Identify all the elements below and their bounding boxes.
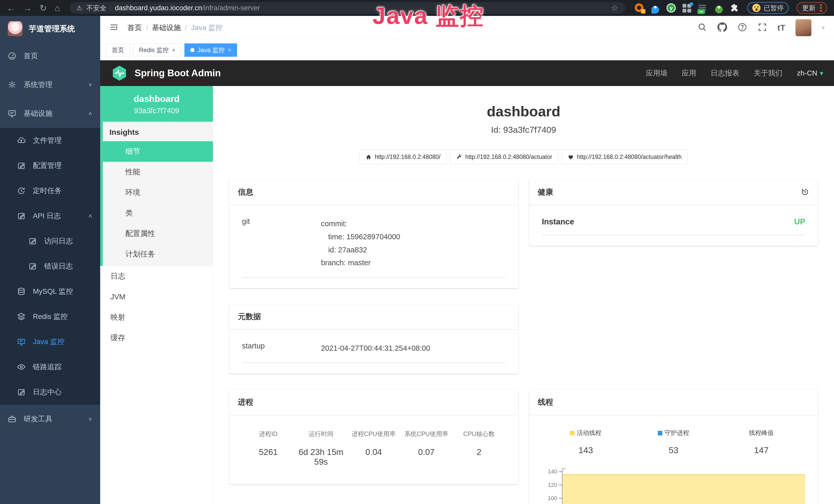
sidebar-item-api-log[interactable]: API 日志 ∧ (0, 203, 100, 229)
tab-label: Redis 监控 (139, 46, 169, 54)
sidebar-item-home[interactable]: 首页 (0, 42, 100, 70)
sidebar-item-infra[interactable]: 基础设施 ∧ (0, 99, 100, 128)
instance-main: dashboard Id: 93a3fc7f7409 http://192.16… (213, 86, 834, 504)
sba-nav-journal[interactable]: 日志报表 (711, 68, 740, 78)
metadata-card: 元数据 startup 2021-04-27T00:44:31.254+08:0… (229, 304, 518, 374)
git-branch-line: branch: master (321, 256, 505, 269)
instance-menu-environment[interactable]: 环境 (103, 182, 213, 203)
sidebar-item-log-center[interactable]: 日志中心 (0, 380, 100, 405)
instance-header[interactable]: dashboard 93a3fc7f7409 (100, 86, 213, 122)
tab-home[interactable]: 首页 (106, 43, 130, 57)
extension-icon-green-y[interactable]: y (666, 3, 676, 13)
bookmark-star-icon[interactable]: ☆ (611, 3, 618, 13)
threads-legend: 活动线程 143 守护进程 53 线程峰值 147 (542, 427, 806, 455)
instance-menu-config-props[interactable]: 配置属性 (103, 223, 213, 244)
instance-menu-details[interactable]: 细节 (100, 141, 213, 162)
legend-value: 53 (630, 445, 717, 455)
info-row-label: git (242, 217, 321, 269)
instance-menu-caches[interactable]: 缓存 (100, 328, 213, 348)
info-card: 信息 git commit: time: 1596289704000 id: 2… (229, 180, 518, 288)
instance-menu-jvm[interactable]: JVM (100, 287, 213, 307)
extensions-puzzle-icon[interactable] (730, 3, 740, 13)
sidebar-item-tracing[interactable]: 链路追踪 (0, 354, 100, 380)
sidebar-item-config-management[interactable]: 配置管理 (0, 153, 100, 178)
address-bar[interactable]: ⚠ 不安全 dashboard.yudao.iocoder.cn/infra/a… (70, 2, 625, 14)
on-badge: on (697, 9, 705, 14)
sba-nav-about[interactable]: 关于我们 (754, 68, 783, 78)
app-logo-row[interactable]: 芋道管理系统 (0, 16, 100, 42)
browser-menu-icon[interactable] (820, 4, 822, 12)
extension-icon-tampermonkey[interactable]: on (698, 3, 708, 13)
y-tick-label: 140 (548, 468, 557, 475)
search-icon[interactable] (697, 22, 707, 33)
breadcrumb-current: Java 监控 (191, 23, 223, 32)
extension-icon-orange[interactable]: 1 (635, 3, 644, 13)
process-col-value: 0.04 (347, 447, 400, 457)
tab-close-icon[interactable]: × (172, 46, 175, 54)
tab-java-monitor[interactable]: Java 监控 × (184, 43, 237, 57)
sidebar-item-mysql-monitor[interactable]: MySQL 监控 (0, 279, 100, 304)
chrome-update-button[interactable]: 更新 (796, 2, 827, 14)
metadata-row-label: startup (242, 342, 321, 355)
reload-icon[interactable]: ↻ (40, 4, 47, 12)
log-edit-icon (28, 262, 37, 271)
instance-menu-mappings[interactable]: 映射 (100, 307, 213, 328)
process-card-body: 进程ID 5261 运行时间 6d 23h 15m 59s 进程CPU使用率 0… (229, 415, 518, 484)
content-column: 首页 / 基础设施 / Java 监控 tT ▾ 首页 Redis 监控 (100, 16, 834, 504)
paused-label: 已暂停 (764, 4, 784, 13)
font-size-icon[interactable]: tT (777, 23, 785, 32)
sidebar-item-file-management[interactable]: 文件管理 (0, 128, 100, 153)
instance-menu-logs[interactable]: 日志 (100, 266, 213, 287)
home-icon[interactable]: ⌂ (55, 4, 60, 12)
threads-card-body: 活动线程 143 守护进程 53 线程峰值 147 (529, 415, 818, 504)
extension-icon-grid[interactable] (682, 3, 692, 13)
y-tick-mark (559, 471, 562, 472)
history-icon[interactable] (800, 187, 809, 197)
sba-nav-wallboard[interactable]: 应用墙 (646, 68, 667, 78)
legend-label: 守护进程 (664, 429, 689, 436)
sba-nav-applications[interactable]: 应用 (682, 68, 696, 78)
service-url-button[interactable]: http://192.168.0.2:48080/ (359, 150, 446, 164)
sba-nav: 应用墙 应用 日志报表 关于我们 zh-CN ▾ (646, 68, 823, 78)
back-icon[interactable]: ← (7, 4, 16, 12)
github-icon[interactable] (717, 22, 727, 33)
home-icon (366, 154, 372, 160)
forward-icon[interactable]: → (23, 4, 32, 12)
extension-icon-green-leaf[interactable] (714, 3, 724, 13)
health-url-button[interactable]: http://192.168.0.2:48080/actuator/health (562, 150, 687, 164)
breadcrumb-home[interactable]: 首页 (127, 23, 142, 32)
legend-entry: 活动线程 (542, 429, 630, 437)
fullscreen-icon[interactable] (758, 22, 767, 33)
threads-card-title: 线程 (538, 397, 553, 408)
sidebar-item-label: 研发工具 (24, 414, 52, 424)
sidebar-item-access-log[interactable]: 访问日志 (0, 229, 100, 254)
user-avatar[interactable] (795, 19, 811, 36)
instance-menu-metrics[interactable]: 性能 (103, 162, 213, 182)
profile-paused-badge[interactable]: 已暂停 (747, 2, 789, 14)
tab-close-icon[interactable]: × (227, 46, 231, 54)
metadata-card-title: 元数据 (238, 312, 261, 322)
sidebar-item-scheduled-jobs[interactable]: 定时任务 (0, 178, 100, 203)
card-grid: 信息 git commit: time: 1596289704000 id: 2… (229, 180, 818, 504)
sidebar-item-error-log[interactable]: 错误日志 (0, 254, 100, 279)
extension-icon-pin[interactable] (651, 3, 660, 13)
health-status-badge: UP (794, 217, 805, 226)
sidebar-item-dev-tools[interactable]: 研发工具 ∨ (0, 405, 100, 433)
page-title: dashboard (229, 103, 818, 120)
instance-menu-classes[interactable]: 类 (103, 203, 213, 223)
health-card-body: Instance UP (529, 205, 818, 246)
tab-redis-monitor[interactable]: Redis 监控 × (133, 43, 181, 57)
sidebar-item-system[interactable]: 系统管理 ∨ (0, 70, 100, 99)
insights-group: Insights 细节 性能 环境 类 配置属性 计划任务 (100, 122, 213, 266)
sidebar-item-label: 定时任务 (33, 186, 62, 196)
help-icon[interactable] (738, 22, 747, 33)
sidebar-item-java-monitor[interactable]: Java 监控 (0, 329, 100, 354)
sidebar-item-redis-monitor[interactable]: Redis 监控 (0, 304, 100, 329)
instance-menu-scheduled-tasks[interactable]: 计划任务 (103, 244, 213, 265)
avatar-caret-icon[interactable]: ▾ (822, 24, 825, 31)
sba-language-select[interactable]: zh-CN ▾ (797, 69, 823, 77)
sidebar-collapse-icon[interactable] (109, 23, 119, 33)
y-tick-mark (559, 484, 562, 485)
breadcrumb-infra[interactable]: 基础设施 (152, 23, 181, 32)
actuator-url-button[interactable]: http://192.168.0.2:48080/actuator (450, 150, 558, 164)
